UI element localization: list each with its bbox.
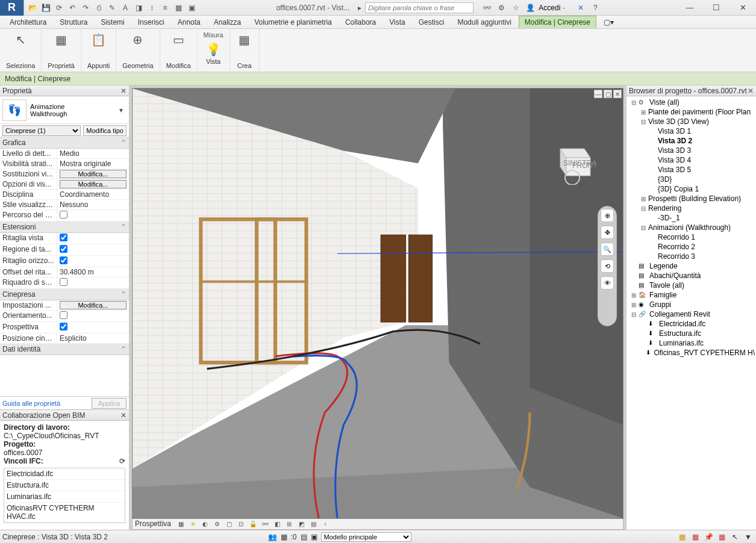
ribbon-tab[interactable]: Gestisci	[413, 16, 451, 28]
reveal-hidden-icon[interactable]: ◧	[272, 520, 282, 528]
close-icon[interactable]: ✕	[748, 87, 754, 95]
tree-twisty-icon[interactable]: ⊞	[640, 196, 647, 202]
prop-row[interactable]: Offset del rita...30.4800 m	[0, 267, 129, 278]
ribbon-tab[interactable]: Modifica | Cineprese	[519, 16, 596, 28]
select-underlay-icon[interactable]: ▦	[690, 532, 701, 542]
tree-twisty-icon[interactable]: ⊞	[630, 292, 637, 299]
prop-checkbox[interactable]	[60, 278, 67, 286]
unlock-icon[interactable]: 🔓	[248, 520, 258, 528]
view-minimize-icon[interactable]: —	[594, 90, 602, 98]
tree-node[interactable]: ⊟Rendering	[628, 203, 755, 213]
prop-row[interactable]: Orientamento...	[0, 311, 129, 322]
tree-twisty-icon[interactable]: ⊞	[640, 109, 647, 116]
prop-checkbox[interactable]	[60, 323, 67, 330]
thin-lines-icon[interactable]: ≡	[159, 2, 171, 14]
ribbon-tab[interactable]: Annota	[172, 16, 207, 28]
tree-twisty-icon[interactable]: ⊟	[630, 311, 637, 318]
tree-node[interactable]: ⬇Oficinas_RVT CYPETHERM H\	[628, 348, 755, 358]
close-hidden-icon[interactable]: ▦	[172, 2, 184, 14]
tree-node[interactable]: ▤Abachi/Quantità	[628, 271, 755, 281]
main-model-icon[interactable]: ▣	[311, 533, 317, 541]
sun-path-icon[interactable]: ☀	[188, 520, 198, 528]
worksets-icon[interactable]: ⊞	[284, 520, 294, 528]
3d-viewport[interactable]: — ▢ ✕	[132, 88, 623, 519]
render-icon[interactable]: ⚙	[212, 520, 222, 528]
ribbon-group-crea[interactable]: ▦Crea	[230, 29, 260, 72]
measure-icon[interactable]: ✎	[106, 2, 118, 14]
drag-elements-icon[interactable]: ↖	[729, 532, 740, 542]
3d-icon[interactable]: ◨	[133, 2, 145, 14]
project-browser-tree[interactable]: ⊟⊙Viste (all)⊞Piante dei pavimenti (Floo…	[626, 96, 756, 530]
selection-dropdown[interactable]: Cineprese (1)	[2, 125, 81, 136]
tree-node[interactable]: Vista 3D 3	[628, 146, 755, 155]
prop-row[interactable]: Visibilità strati...Mostra originale	[0, 159, 129, 169]
ribbon-tab[interactable]: Moduli aggiuntivi	[451, 16, 517, 28]
ribbon-tab[interactable]: Analizza	[208, 16, 247, 28]
temporary-hide-icon[interactable]: 👓	[260, 520, 270, 528]
tree-node[interactable]: ⬇Electricidad.ifc	[628, 319, 755, 329]
ribbon-group-seleziona[interactable]: ↖Seleziona	[0, 29, 42, 72]
refresh-links-icon[interactable]: ⟳	[119, 457, 125, 465]
select-links-icon[interactable]: ▦	[676, 532, 687, 542]
edit-button[interactable]: Modifica...	[60, 170, 127, 178]
tab-overflow-icon[interactable]: ▢▾	[598, 16, 620, 28]
tree-node[interactable]: ▤Tavole (all)	[628, 281, 755, 290]
prop-row[interactable]: Riquadro di se...	[0, 278, 129, 289]
close-icon[interactable]: ✕	[120, 87, 127, 95]
editable-only-icon[interactable]: ▦	[281, 533, 287, 541]
visual-style-icon[interactable]: ▦	[176, 520, 186, 528]
edit-button[interactable]: Modifica...	[60, 301, 127, 309]
tree-node[interactable]: ⊞🏠Famiglie	[628, 290, 755, 300]
ribbon-group-appunti[interactable]: 📋Appunti	[81, 29, 116, 72]
tree-node[interactable]: ⬇Estructura.ifc	[628, 329, 755, 338]
model-combo[interactable]: Modello principale	[321, 532, 411, 542]
view-close-icon[interactable]: ✕	[613, 90, 622, 98]
filter-icon[interactable]: ▼	[743, 532, 754, 542]
undo-icon[interactable]	[66, 2, 78, 14]
tree-twisty-icon[interactable]: ⊞	[630, 302, 637, 308]
open-icon[interactable]	[27, 2, 39, 14]
edit-type-button[interactable]: Modifica tipo	[83, 125, 127, 136]
prop-row[interactable]: Opzioni di vis...Modifica...	[0, 179, 129, 190]
tree-node[interactable]: Vista 3D 5	[628, 165, 755, 175]
prop-row[interactable]: Ritaglio orizzo...	[0, 256, 129, 267]
ribbon-tab[interactable]: Collabora	[339, 16, 382, 28]
switch-windows-icon[interactable]: ▣	[186, 2, 198, 14]
prop-row[interactable]: DisciplinaCoordinamento	[0, 190, 129, 200]
tree-node[interactable]: ⊟⊙Viste (all)	[628, 98, 755, 107]
prop-row[interactable]: Sostituzioni vi...Modifica...	[0, 169, 129, 179]
select-pinned-icon[interactable]: 📌	[703, 532, 714, 542]
prop-checkbox[interactable]	[60, 311, 67, 319]
prop-row[interactable]: Regione di ta...	[0, 244, 129, 256]
workset-icon[interactable]: 👥	[268, 533, 277, 541]
prop-row[interactable]: Posizione cine...Esplicito	[0, 334, 129, 344]
select-face-icon[interactable]: ▦	[716, 532, 727, 542]
prop-row[interactable]: Livello di dett...Medio	[0, 149, 129, 159]
crop-region-icon[interactable]: ⊡	[236, 520, 246, 528]
ribbon-tab[interactable]: Inserisci	[132, 16, 170, 28]
tree-node[interactable]: Vista 3D 2	[628, 136, 755, 146]
prop-row[interactable]: Percorso del s...	[0, 210, 129, 222]
tree-node[interactable]: {3D}	[628, 175, 755, 184]
text-icon[interactable]: A	[119, 2, 131, 14]
tree-node[interactable]: {3D} Copia 1	[628, 184, 755, 194]
tree-node[interactable]: Vista 3D 4	[628, 155, 755, 165]
properties-help-link[interactable]: Guida alle proprietà	[2, 400, 60, 407]
ribbon-group-modifica[interactable]: ▭Modifica	[160, 29, 198, 72]
favorite-icon[interactable]: ☆	[510, 2, 522, 14]
navigation-bar[interactable]: ⊕ ✥ 🔍 ⟲ 👁	[598, 206, 617, 326]
tree-node[interactable]: Recorrido 3	[628, 252, 755, 261]
user-icon[interactable]: 👤	[524, 2, 536, 14]
ifc-link-item[interactable]: OficinasRVT CYPETHERM HVAC.ifc	[4, 503, 125, 523]
comm-icon[interactable]: ⚙	[495, 2, 507, 14]
recent-arrow-icon[interactable]: ▸	[358, 4, 361, 12]
tree-node[interactable]: Recorrido 2	[628, 242, 755, 252]
tree-node[interactable]: -3D-_1	[628, 213, 755, 223]
prop-row[interactable]: Prospettiva	[0, 322, 129, 334]
ribbon-tab[interactable]: Vista	[383, 16, 411, 28]
prop-row[interactable]: Ritaglia vista	[0, 233, 129, 244]
close-icon[interactable]: ✕	[120, 411, 127, 420]
search-input[interactable]	[366, 4, 473, 11]
print-icon[interactable]: ⎙	[93, 2, 105, 14]
tree-node[interactable]: ⊞◉Gruppi	[628, 300, 755, 309]
